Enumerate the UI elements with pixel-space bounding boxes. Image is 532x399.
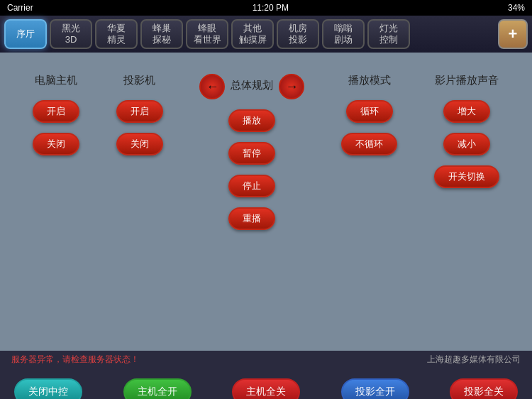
- nav-btn-lighting[interactable]: 灯光控制: [367, 19, 410, 49]
- arrow-left-btn[interactable]: ←: [199, 74, 225, 99]
- error-message: 服务器异常，请检查服务器状态！: [11, 354, 139, 366]
- nav-btn-beeeye[interactable]: 蜂眼看世界: [186, 19, 228, 49]
- btn-vol-down[interactable]: 减小: [443, 133, 490, 155]
- main-content: 电脑主机 开启 关闭 投影机 开启 关闭 ← 总体规划 → 播放 暂停 停止 重…: [0, 53, 532, 351]
- nav-btn-beehive[interactable]: 蜂巢探秘: [140, 19, 183, 49]
- btn-projector-off[interactable]: 关闭: [116, 133, 163, 155]
- carrier-label: Carrier: [7, 3, 33, 13]
- btn-host-all-off[interactable]: 主机全关: [232, 378, 300, 399]
- battery-label: 34%: [508, 3, 525, 13]
- control-area: 电脑主机 开启 关闭 投影机 开启 关闭 ← 总体规划 → 播放 暂停 停止 重…: [14, 74, 518, 230]
- bottom-bar: 关闭中控 主机全开 主机全关 投影全开 投影全关: [0, 368, 532, 399]
- add-button[interactable]: +: [498, 19, 528, 49]
- col-playmode: 播放模式 循环 不循环: [341, 74, 397, 230]
- btn-proj-all-off[interactable]: 投影全关: [450, 378, 518, 399]
- col-audio: 影片播放声音 增大 减小 开关切换: [434, 74, 499, 230]
- col-computer-title: 电脑主机: [35, 74, 77, 87]
- btn-stop[interactable]: 停止: [228, 175, 275, 197]
- col-planning-title: 总体规划: [231, 79, 273, 92]
- col-audio-title: 影片播放声音: [435, 74, 499, 87]
- btn-replay[interactable]: 重播: [228, 207, 275, 230]
- btn-computer-off[interactable]: 关闭: [33, 133, 79, 155]
- nav-bar: 序厅 黑光3D 华夏精灵 蜂巢探秘 蜂眼看世界 其他触摸屏 机房投影 嗡嗡剧场 …: [0, 16, 532, 53]
- company-label: 上海超趣多媒体有限公司: [427, 354, 521, 366]
- btn-proj-all-on[interactable]: 投影全开: [341, 378, 409, 399]
- btn-computer-on[interactable]: 开启: [33, 100, 79, 123]
- nav-btn-lobby[interactable]: 序厅: [4, 19, 47, 49]
- col-computer: 电脑主机 开启 关闭: [33, 74, 79, 230]
- nav-btn-huaxia[interactable]: 华夏精灵: [95, 19, 138, 49]
- col-playmode-title: 播放模式: [348, 74, 391, 87]
- nav-btn-theater[interactable]: 嗡嗡剧场: [322, 19, 365, 49]
- nav-btn-projroom[interactable]: 机房投影: [277, 19, 319, 49]
- btn-play[interactable]: 播放: [228, 109, 275, 132]
- col-projector: 投影机 开启 关闭: [116, 74, 163, 230]
- arrow-right-btn[interactable]: →: [279, 74, 304, 99]
- btn-close-central[interactable]: 关闭中控: [14, 378, 82, 399]
- col-projector-title: 投影机: [123, 74, 155, 87]
- btn-pause[interactable]: 暂停: [228, 142, 275, 165]
- btn-vol-up[interactable]: 增大: [443, 100, 490, 123]
- nav-btn-other[interactable]: 其他触摸屏: [231, 19, 274, 49]
- btn-projector-on[interactable]: 开启: [116, 100, 163, 123]
- nav-btn-blacklight[interactable]: 黑光3D: [50, 19, 92, 49]
- btn-host-all-on[interactable]: 主机全开: [123, 378, 192, 399]
- btn-noloop[interactable]: 不循环: [341, 133, 397, 155]
- status-line: 服务器异常，请检查服务器状态！ 上海超趣多媒体有限公司: [0, 351, 532, 368]
- planning-row: ← 总体规划 →: [199, 74, 304, 99]
- col-planning: ← 总体规划 → 播放 暂停 停止 重播: [199, 74, 304, 230]
- btn-loop[interactable]: 循环: [346, 100, 393, 123]
- time-label: 11:20 PM: [253, 3, 289, 13]
- status-bar: Carrier 11:20 PM 34%: [0, 0, 532, 16]
- btn-vol-toggle[interactable]: 开关切换: [434, 165, 499, 188]
